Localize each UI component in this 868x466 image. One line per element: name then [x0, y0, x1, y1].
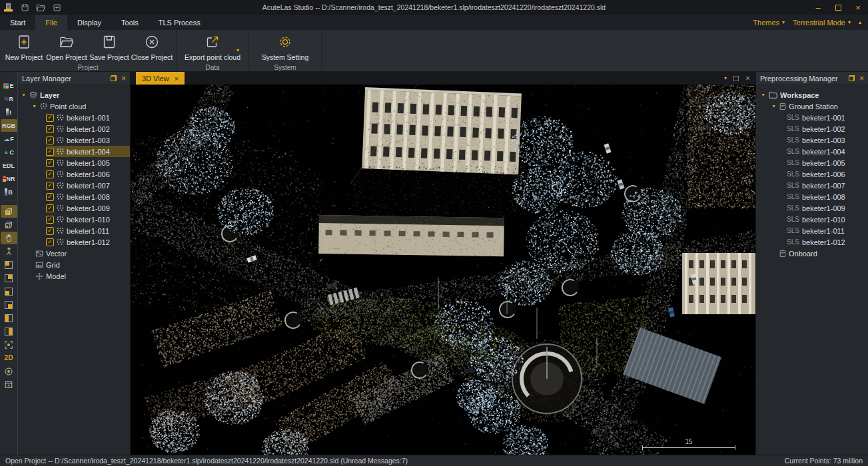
tab-start[interactable]: Start: [0, 15, 35, 30]
export-dropdown-icon[interactable]: ▾: [236, 47, 239, 53]
mode-menu[interactable]: Terrestrial Mode▾: [793, 19, 851, 27]
station-group-row[interactable]: ▾Ground Station: [771, 101, 868, 112]
station-item-row[interactable]: SLSbeketer1-006: [787, 168, 868, 180]
layer-visibility-checkbox[interactable]: ✓: [46, 204, 54, 212]
edl-render[interactable]: EDL: [1, 159, 17, 172]
quick-save-icon[interactable]: [19, 2, 31, 13]
view-cube-right[interactable]: [1, 298, 17, 311]
elevation-render[interactable]: E: [1, 79, 17, 92]
station-item-row[interactable]: SLSbeketer1-003: [787, 134, 868, 146]
layer-visibility-checkbox[interactable]: ✓: [46, 238, 54, 246]
workspace-row[interactable]: ▾Workspace: [760, 89, 868, 101]
point-cloud-canvas[interactable]: [131, 85, 755, 455]
view-cube-top[interactable]: [1, 258, 17, 271]
layer-visibility-checkbox[interactable]: ✓: [46, 159, 54, 167]
station-item-row[interactable]: SLSbeketer1-009: [787, 202, 868, 214]
station-item-row[interactable]: SLSbeketer1-005: [787, 157, 868, 168]
layer-visibility-checkbox[interactable]: ✓: [46, 170, 54, 178]
quick-new-icon[interactable]: [51, 2, 63, 13]
station-view-tool[interactable]: [1, 245, 17, 258]
layer-item-row[interactable]: ✓beketer1-007: [46, 180, 130, 191]
layer-visibility-checkbox[interactable]: ✓: [46, 148, 54, 156]
mode-2d[interactable]: 2D: [1, 351, 17, 364]
layer-visibility-checkbox[interactable]: ✓: [46, 216, 54, 224]
3d-viewport[interactable]: 15: [131, 85, 755, 455]
station-item-row[interactable]: SLSbeketer1-001: [787, 112, 868, 123]
view-cube-left[interactable]: [1, 285, 17, 298]
layer-visibility-checkbox[interactable]: ✓: [46, 182, 54, 190]
save-project-button[interactable]: Save Project: [88, 31, 131, 63]
station-item-row[interactable]: SLSbeketer1-012: [787, 236, 868, 248]
close-view-icon[interactable]: ×: [745, 74, 750, 83]
view-cube-bottom[interactable]: [1, 325, 17, 338]
layer-item-row[interactable]: ✓beketer1-011: [46, 225, 130, 236]
new-window[interactable]: [1, 378, 17, 391]
tab-file[interactable]: File: [35, 15, 67, 30]
close-panel-icon[interactable]: ×: [859, 75, 864, 83]
point-cloud-icon: [57, 182, 64, 189]
point-cloud-row[interactable]: ▾Point cloud: [31, 101, 130, 112]
blend-render[interactable]: B: [1, 186, 17, 198]
layer-item-row[interactable]: ✓beketer1-008: [46, 191, 130, 202]
float-panel-icon[interactable]: [849, 75, 855, 81]
close-tab-icon[interactable]: ×: [175, 75, 179, 83]
layer-visibility-checkbox[interactable]: ✓: [46, 136, 54, 144]
station-group-row[interactable]: Onboard: [771, 248, 868, 259]
view-cube-front[interactable]: [1, 272, 17, 284]
station-item-row[interactable]: SLSbeketer1-010: [787, 214, 868, 225]
layer-item-row[interactable]: ✓beketer1-009: [46, 202, 130, 214]
view-cube-back[interactable]: [1, 312, 17, 324]
tab-tools[interactable]: Tools: [111, 15, 149, 30]
rgb-render[interactable]: RGB: [1, 119, 17, 132]
collapse-ribbon-button[interactable]: ▴: [859, 19, 861, 25]
tab-list-dropdown-icon[interactable]: ▾: [724, 75, 727, 81]
layer-visibility-checkbox[interactable]: ✓: [46, 193, 54, 201]
layer-item-row[interactable]: ✓beketer1-010: [46, 214, 130, 225]
flatten-render[interactable]: ☁F: [1, 132, 17, 145]
layer-item-row[interactable]: ✓beketer1-012: [46, 236, 130, 248]
close-panel-icon[interactable]: ×: [121, 75, 126, 83]
open-project-button[interactable]: Open Project: [45, 31, 88, 63]
focus-center[interactable]: [1, 365, 17, 377]
layer-item-row[interactable]: ✓beketer1-003: [46, 134, 130, 146]
new-project-button[interactable]: New Project: [3, 31, 45, 63]
station-item-row[interactable]: SLSbeketer1-004: [787, 146, 868, 157]
station-item-row[interactable]: SLSbeketer1-007: [787, 180, 868, 191]
normal-render[interactable]: NR: [1, 172, 17, 185]
layer-visibility-checkbox[interactable]: ✓: [46, 227, 54, 235]
layer-model-row[interactable]: Model: [35, 270, 130, 282]
station-item-row[interactable]: SLSbeketer1-002: [787, 123, 868, 134]
minimize-button[interactable]: –: [808, 0, 828, 15]
layer-item-row[interactable]: ✓beketer1-004: [46, 146, 130, 157]
classification-render[interactable]: ▲C: [1, 146, 17, 158]
tab-3d-view[interactable]: 3D View ×: [136, 72, 185, 85]
layer-grid-row[interactable]: Grid: [35, 259, 130, 270]
float-panel-icon[interactable]: [111, 75, 117, 81]
polygon-select-tool[interactable]: [1, 218, 17, 231]
box-select-tool[interactable]: [1, 205, 17, 218]
tab-display[interactable]: Display: [67, 15, 111, 30]
quick-open-icon[interactable]: [35, 2, 47, 13]
tab-tls-process[interactable]: TLS Process: [149, 15, 211, 30]
close-project-button[interactable]: Close Project: [131, 31, 173, 63]
restore-button[interactable]: [828, 0, 848, 15]
fit-view[interactable]: [1, 338, 17, 351]
layer-visibility-checkbox[interactable]: ✓: [46, 125, 54, 133]
intensity-render[interactable]: I: [1, 106, 17, 118]
layer-vector-row[interactable]: Vector: [35, 248, 130, 259]
layer-item-row[interactable]: ✓beketer1-002: [46, 123, 130, 134]
layer-root-row[interactable]: ▾Layer: [21, 89, 130, 101]
system-setting-button[interactable]: System Setting: [252, 31, 318, 63]
themes-menu[interactable]: Themes▾: [753, 19, 785, 27]
return-number-render[interactable]: ½R: [1, 93, 17, 105]
layer-visibility-checkbox[interactable]: ✓: [46, 114, 54, 122]
pan-tool[interactable]: [1, 232, 17, 244]
layer-item-row[interactable]: ✓beketer1-005: [46, 157, 130, 168]
layer-item-row[interactable]: ✓beketer1-001: [46, 112, 130, 123]
station-item-row[interactable]: SLSbeketer1-008: [787, 191, 868, 202]
export-point-cloud-button[interactable]: ▾ Export point cloud: [179, 31, 246, 63]
restore-view-icon[interactable]: [733, 76, 739, 81]
close-button[interactable]: ×: [848, 0, 868, 15]
layer-item-row[interactable]: ✓beketer1-006: [46, 168, 130, 180]
station-item-row[interactable]: SLSbeketer1-011: [787, 225, 868, 236]
